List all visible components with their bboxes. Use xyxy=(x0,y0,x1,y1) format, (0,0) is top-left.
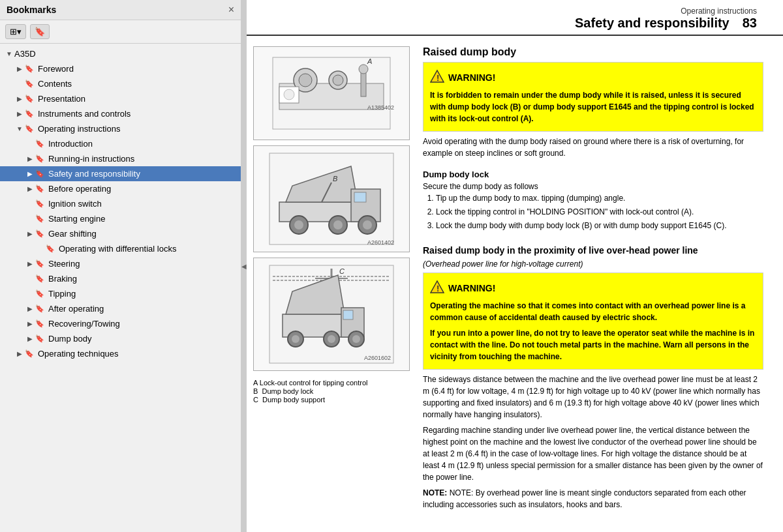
section-heading-1: Raised dump body xyxy=(423,46,763,58)
bookmark-icon-foreword: 🔖 xyxy=(25,65,35,73)
section-dump-body-lock: Dump body lock Secure the dump body as f… xyxy=(423,166,763,234)
bookmark-icon-gear-shifting: 🔖 xyxy=(35,229,46,238)
sidebar-label-contents: Contents xyxy=(38,79,72,89)
sidebar-item-gear-shifting[interactable]: ▶🔖Gear shifting xyxy=(0,226,241,241)
sidebar-item-after-operating[interactable]: ▶🔖After operating xyxy=(0,301,241,316)
bookmark-icon-introduction: 🔖 xyxy=(35,140,46,148)
svg-point-40 xyxy=(352,335,360,343)
sidebar-item-foreword[interactable]: ▶🔖Foreword xyxy=(0,61,241,76)
bookmark-icon-operating-instructions: 🔖 xyxy=(25,125,35,133)
sidebar-tree: ▼A35D▶🔖Foreword🔖Contents▶🔖Presentation▶🔖… xyxy=(0,44,241,532)
sidebar-close-button[interactable]: × xyxy=(228,4,234,16)
sideways-distance-para: The sideways distance between the machin… xyxy=(423,374,763,421)
sidebar-item-safety[interactable]: ▶🔖Safety and responsibility xyxy=(0,166,241,181)
sidebar-item-operating-instructions[interactable]: ▼🔖Operating instructions xyxy=(0,121,241,136)
warning-text-1: It is forbidden to remain under the dump… xyxy=(430,89,756,125)
sidebar-label-dump-body: Dump body xyxy=(48,334,91,344)
svg-text:C: C xyxy=(339,267,345,275)
expand-icon-foreword[interactable]: ▶ xyxy=(14,65,25,72)
svg-point-3 xyxy=(299,74,312,87)
svg-point-18 xyxy=(294,220,303,229)
sidebar-label-running-in: Running-in instructions xyxy=(48,154,134,164)
toolbar-btn-2[interactable]: 🔖 xyxy=(30,24,50,39)
section-power-line: Raised dump body in the proximity of liv… xyxy=(423,241,763,511)
sidebar-label-foreword: Foreword xyxy=(38,64,74,74)
expand-icon-presentation[interactable]: ▶ xyxy=(14,95,25,102)
sidebar-label-a35d: A35D xyxy=(14,49,36,59)
content-area: A A1385402 xyxy=(247,36,783,532)
sidebar-item-differential[interactable]: 🔖Operating with differential locks xyxy=(0,241,241,256)
expand-icon-after-operating[interactable]: ▶ xyxy=(25,305,35,312)
sidebar-label-before-operating: Before operating xyxy=(48,184,111,194)
sidebar-label-presentation: Presentation xyxy=(38,94,85,104)
legend-b: B Dump body lock xyxy=(253,387,410,395)
sidebar-item-running-in[interactable]: ▶🔖Running-in instructions xyxy=(0,151,241,166)
sidebar-item-operating-techniques[interactable]: ▶🔖Operating techniques xyxy=(0,346,241,361)
sidebar-label-braking: Braking xyxy=(48,274,77,284)
expand-icon-recovering[interactable]: ▶ xyxy=(25,320,35,327)
sidebar-item-before-operating[interactable]: ▶🔖Before operating xyxy=(0,181,241,196)
svg-point-22 xyxy=(363,220,372,229)
bookmark-icon-after-operating: 🔖 xyxy=(35,304,46,313)
bookmark-icon-starting: 🔖 xyxy=(35,214,46,223)
expand-icon-gear-shifting[interactable]: ▶ xyxy=(25,230,35,237)
legend-a: A Lock-out control for tipping control xyxy=(253,379,410,387)
sidebar-item-contents[interactable]: 🔖Contents xyxy=(0,76,241,91)
sidebar-item-introduction[interactable]: 🔖Introduction xyxy=(0,136,241,151)
sidebar-label-operating-instructions: Operating instructions xyxy=(38,124,120,134)
sidebar-item-braking[interactable]: 🔖Braking xyxy=(0,271,241,286)
sidebar-toolbar: ⊞▾ 🔖 xyxy=(0,20,241,44)
expand-icon-a35d[interactable]: ▼ xyxy=(4,50,14,57)
svg-text:A2601602: A2601602 xyxy=(364,355,391,361)
bookmark-icon-tipping: 🔖 xyxy=(35,289,46,298)
text-column: Raised dump body ! WARNING! It is forbid… xyxy=(423,46,763,522)
warning-icon-2: ! xyxy=(430,280,444,296)
sidebar-title: Bookmarks xyxy=(7,5,56,15)
bookmark-icon-presentation: 🔖 xyxy=(25,95,35,103)
toolbar-btn-1[interactable]: ⊞▾ xyxy=(5,24,26,39)
step-3: Lock the dump body with dump body lock (… xyxy=(436,220,763,232)
power-line-heading: Raised dump body in the proximity of liv… xyxy=(423,244,763,258)
expand-icon-safety[interactable]: ▶ xyxy=(25,170,35,177)
bookmark-icon-differential: 🔖 xyxy=(46,244,56,253)
sidebar-item-ignition[interactable]: 🔖Ignition switch xyxy=(0,196,241,211)
expand-icon-dump-body[interactable]: ▶ xyxy=(25,335,35,342)
bookmark-icon-ignition: 🔖 xyxy=(35,200,46,208)
svg-rect-6 xyxy=(361,70,366,96)
warning-text-2a: Operating the machine so that it comes i… xyxy=(430,300,756,323)
sidebar-label-instruments: Instruments and controls xyxy=(38,109,130,119)
sidebar-item-tipping[interactable]: 🔖Tipping xyxy=(0,286,241,301)
dump-body-steps: Tip up the dump body to max. tipping (du… xyxy=(436,192,763,233)
expand-icon-operating-techniques[interactable]: ▶ xyxy=(14,350,25,357)
expand-icon-steering[interactable]: ▶ xyxy=(25,260,35,267)
expand-icon-before-operating[interactable]: ▶ xyxy=(25,185,35,192)
sidebar-label-steering: Steering xyxy=(48,259,80,269)
page-header: Operating instructions Safety and respon… xyxy=(247,0,783,36)
sidebar-item-a35d[interactable]: ▼A35D xyxy=(0,46,241,61)
expand-icon-instruments[interactable]: ▶ xyxy=(14,110,25,117)
svg-point-36 xyxy=(292,335,299,343)
image-2: B A2601402 xyxy=(253,145,410,252)
svg-text:B: B xyxy=(333,175,337,183)
sidebar-item-steering[interactable]: ▶🔖Steering xyxy=(0,256,241,271)
warning-box-1: ! WARNING! It is forbidden to remain und… xyxy=(423,62,763,132)
power-line-subheading: (Overhead power line for high-voltage cu… xyxy=(423,259,763,269)
warning-title-1: ! WARNING! xyxy=(430,69,756,85)
resize-handle[interactable] xyxy=(241,0,247,532)
sidebar-item-recovering[interactable]: ▶🔖Recovering/Towing xyxy=(0,316,241,331)
expand-icon-running-in[interactable]: ▶ xyxy=(25,155,35,162)
sidebar-item-starting[interactable]: 🔖Starting engine xyxy=(0,211,241,226)
expand-icon-operating-instructions[interactable]: ▼ xyxy=(14,125,25,132)
sidebar-item-presentation[interactable]: ▶🔖Presentation xyxy=(0,91,241,106)
chapter-title: Operating instructions xyxy=(273,7,757,16)
warning-title-2: ! WARNING! xyxy=(430,280,756,296)
warning-icon-1: ! xyxy=(430,69,444,85)
sidebar-item-instruments[interactable]: ▶🔖Instruments and controls xyxy=(0,106,241,121)
svg-rect-13 xyxy=(279,202,358,222)
bookmark-icon-before-operating: 🔖 xyxy=(35,185,46,193)
sidebar-label-after-operating: After operating xyxy=(48,304,104,314)
svg-rect-34 xyxy=(343,310,353,319)
sidebar-label-tipping: Tipping xyxy=(48,289,76,299)
image-1: A A1385402 xyxy=(253,46,410,140)
sidebar-item-dump-body[interactable]: ▶🔖Dump body xyxy=(0,331,241,346)
